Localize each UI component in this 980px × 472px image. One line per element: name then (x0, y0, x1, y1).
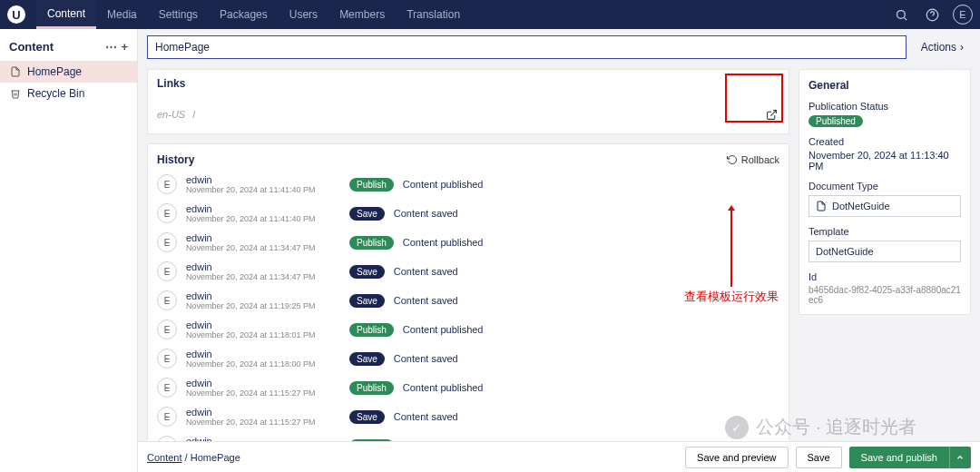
history-row: EedwinNovember 20, 2024 at 11:18:01 PMPu… (148, 315, 789, 344)
history-date: November 20, 2024 at 11:41:40 PM (186, 185, 340, 194)
history-message: Content saved (394, 266, 458, 277)
search-icon[interactable] (891, 5, 911, 25)
section-tab-packages[interactable]: Packages (209, 0, 279, 29)
created-value: November 20, 2024 at 11:13:40 PM (808, 150, 961, 172)
logo-icon[interactable]: U (7, 5, 25, 24)
history-row: EedwinNovember 20, 2024 at 11:18:00 PMSa… (148, 344, 789, 373)
history-row: EedwinNovember 20, 2024 at 11:15:27 PMSa… (148, 402, 789, 431)
history-user-avatar: E (157, 232, 177, 252)
tree-item-recycle-bin[interactable]: Recycle Bin (0, 83, 137, 104)
history-message: Content published (403, 324, 484, 335)
links-title: Links (148, 70, 789, 97)
section-tab-settings[interactable]: Settings (148, 0, 209, 29)
history-message: Content published (403, 382, 484, 393)
section-tab-members[interactable]: Members (328, 0, 396, 29)
editor-main: Actions › Links en-US / (138, 29, 980, 472)
history-title: History (157, 153, 194, 166)
history-row: EedwinNovember 20, 2024 at 11:41:40 PMPu… (148, 170, 789, 199)
general-panel: General Publication Status Published Cre… (799, 69, 971, 315)
doctype-label: Document Type (808, 181, 961, 192)
history-user-avatar: E (157, 407, 177, 427)
help-icon[interactable] (922, 5, 942, 25)
history-action-badge: Publish (349, 381, 394, 395)
section-tabs: ContentMediaSettingsPackagesUsersMembers… (36, 0, 471, 29)
history-user: edwin (186, 320, 340, 330)
breadcrumb-current: HomePage (191, 452, 240, 463)
history-action-badge: Save (349, 410, 385, 424)
history-date: November 20, 2024 at 11:18:00 PM (186, 359, 340, 369)
history-user: edwin (186, 203, 340, 214)
sidebar-title: Content (9, 40, 54, 54)
history-action-badge: Save (349, 294, 385, 308)
breadcrumb-root[interactable]: Content (147, 452, 182, 463)
history-row: EedwinNovember 20, 2024 at 11:15:27 PMPu… (148, 373, 789, 402)
chevron-up-icon (956, 453, 965, 462)
section-tab-translation[interactable]: Translation (396, 0, 471, 29)
tree-node-icon (9, 65, 22, 78)
general-title: General (808, 79, 961, 92)
history-user: edwin (186, 174, 340, 185)
tree-item-homepage[interactable]: HomePage (0, 61, 137, 83)
node-name-input[interactable] (147, 35, 906, 59)
pubstatus-label: Publication Status (808, 101, 961, 112)
section-tab-media[interactable]: Media (96, 0, 148, 29)
history-user: edwin (186, 261, 340, 272)
history-action-badge: Save (349, 265, 385, 279)
save-button[interactable]: Save (796, 447, 842, 468)
open-link-icon[interactable] (763, 106, 779, 123)
rollback-icon (727, 154, 738, 165)
history-row: EedwinNovember 20, 2024 at 11:34:47 PMPu… (148, 228, 789, 257)
save-preview-button[interactable]: Save and preview (685, 447, 788, 468)
history-user: edwin (186, 349, 340, 359)
history-user-avatar: E (157, 349, 177, 369)
section-tab-users[interactable]: Users (279, 0, 328, 29)
save-publish-button[interactable]: Save and publish (849, 447, 949, 468)
breadcrumb: Content / HomePage (147, 452, 240, 463)
history-user: edwin (186, 378, 340, 388)
history-user-avatar: E (157, 174, 177, 194)
links-panel: Links en-US / (147, 69, 789, 134)
history-user: edwin (186, 290, 340, 301)
id-label: Id (808, 271, 961, 282)
tree-add-icon[interactable]: + (121, 40, 128, 54)
history-user-avatar: E (157, 378, 177, 398)
history-action-badge: Publish (349, 323, 394, 337)
rollback-button[interactable]: Rollback (727, 154, 779, 165)
top-navigation: U ContentMediaSettingsPackagesUsersMembe… (0, 0, 980, 29)
history-date: November 20, 2024 at 11:41:40 PM (186, 214, 340, 223)
history-row: EedwinNovember 20, 2024 at 11:13:56 PMPu… (148, 431, 789, 441)
history-action-badge: Save (349, 352, 385, 366)
svg-line-4 (770, 110, 776, 115)
history-row: EedwinNovember 20, 2024 at 11:41:40 PMSa… (148, 199, 789, 228)
history-message: Content saved (394, 353, 458, 364)
chevron-right-icon: › (960, 41, 964, 54)
history-user-avatar: E (157, 261, 177, 281)
actions-dropdown[interactable]: Actions › (914, 41, 971, 54)
save-publish-dropdown[interactable] (949, 447, 971, 468)
editor-footer: Content / HomePage Save and preview Save… (138, 441, 980, 472)
history-message: Content saved (394, 411, 458, 422)
history-date: November 20, 2024 at 11:18:01 PM (186, 330, 340, 339)
id-value: b4656dac-9f82-4025-a33f-a8880ac21ec6 (808, 285, 961, 305)
history-date: November 20, 2024 at 11:15:27 PM (186, 418, 340, 427)
history-message: Content saved (394, 208, 458, 219)
template-label: Template (808, 226, 961, 237)
svg-line-1 (904, 17, 906, 20)
tree-options-icon[interactable]: ⋯ (105, 40, 117, 54)
history-action-badge: Publish (349, 236, 394, 250)
history-date: November 20, 2024 at 11:34:47 PM (186, 272, 340, 281)
created-label: Created (808, 136, 961, 147)
link-path: / (192, 109, 195, 120)
user-avatar[interactable]: E (953, 5, 973, 25)
history-panel: History Rollback EedwinNovember 20, 2024… (147, 143, 789, 441)
history-row: EedwinNovember 20, 2024 at 11:19:25 PMSa… (148, 286, 789, 315)
svg-point-0 (897, 10, 905, 18)
history-action-badge: Publish (349, 178, 394, 192)
history-user-avatar: E (157, 320, 177, 339)
history-user: edwin (186, 232, 340, 243)
tree-sidebar: Content ⋯ + HomePageRecycle Bin (0, 29, 138, 472)
section-tab-content[interactable]: Content (36, 0, 96, 29)
history-user-avatar: E (157, 290, 177, 310)
doctype-selector[interactable]: DotNetGuide (808, 195, 961, 217)
template-selector[interactable]: DotNetGuide (808, 241, 961, 262)
